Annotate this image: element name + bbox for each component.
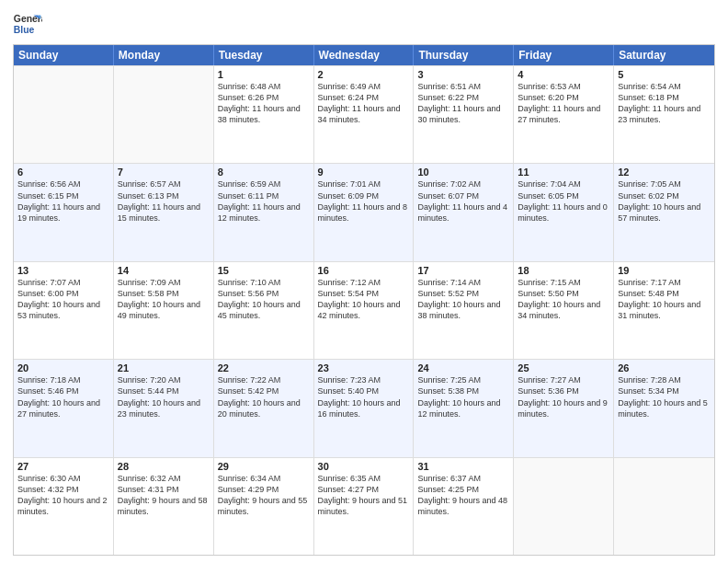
day-info: Sunrise: 6:57 AM Sunset: 6:13 PM Dayligh… [118,178,210,224]
day-info: Sunrise: 6:53 AM Sunset: 6:20 PM Dayligh… [518,81,609,126]
day-number: 20 [17,362,109,373]
calendar-week-row: 1Sunrise: 6:48 AM Sunset: 6:26 PM Daylig… [14,65,714,163]
day-info: Sunrise: 7:12 AM Sunset: 5:54 PM Dayligh… [318,277,410,322]
calendar-cell: 25Sunrise: 7:27 AM Sunset: 5:36 PM Dayli… [514,360,614,456]
calendar-week-row: 6Sunrise: 6:56 AM Sunset: 6:15 PM Daylig… [14,163,714,260]
calendar-cell: 16Sunrise: 7:12 AM Sunset: 5:54 PM Dayli… [314,262,415,359]
day-info: Sunrise: 7:14 AM Sunset: 5:52 PM Dayligh… [417,277,509,322]
day-number: 9 [318,167,410,178]
day-number: 25 [518,362,609,373]
day-number: 3 [417,69,509,80]
day-info: Sunrise: 7:01 AM Sunset: 6:09 PM Dayligh… [318,178,410,224]
day-info: Sunrise: 6:59 AM Sunset: 6:11 PM Dayligh… [218,178,310,224]
day-info: Sunrise: 6:32 AM Sunset: 4:31 PM Dayligh… [118,473,210,518]
day-info: Sunrise: 7:25 AM Sunset: 5:38 PM Dayligh… [417,374,509,419]
day-info: Sunrise: 7:27 AM Sunset: 5:36 PM Dayligh… [518,374,609,419]
calendar-cell [514,458,614,555]
calendar-cell: 27Sunrise: 6:30 AM Sunset: 4:32 PM Dayli… [14,458,114,555]
day-info: Sunrise: 6:30 AM Sunset: 4:32 PM Dayligh… [17,473,109,518]
day-info: Sunrise: 6:54 AM Sunset: 6:18 PM Dayligh… [618,81,711,126]
calendar-cell: 6Sunrise: 6:56 AM Sunset: 6:15 PM Daylig… [14,164,114,260]
calendar-cell: 22Sunrise: 7:22 AM Sunset: 5:42 PM Dayli… [214,360,314,456]
day-number: 21 [118,362,210,373]
day-info: Sunrise: 7:07 AM Sunset: 6:00 PM Dayligh… [17,277,109,322]
day-number: 4 [518,69,609,80]
day-number: 27 [17,461,109,472]
day-header: Tuesday [214,45,314,65]
svg-text:Blue: Blue [14,25,35,35]
day-header: Sunday [14,45,114,65]
calendar-cell: 8Sunrise: 6:59 AM Sunset: 6:11 PM Daylig… [214,164,314,260]
day-number: 26 [618,362,711,373]
calendar-cell: 19Sunrise: 7:17 AM Sunset: 5:48 PM Dayli… [614,262,714,359]
day-header: Monday [114,45,214,65]
calendar-cell: 30Sunrise: 6:35 AM Sunset: 4:27 PM Dayli… [314,458,415,555]
day-header: Thursday [414,45,514,65]
calendar-cell [114,66,214,163]
day-number: 13 [17,265,109,276]
calendar-cell: 4Sunrise: 6:53 AM Sunset: 6:20 PM Daylig… [514,66,614,163]
day-number: 24 [417,362,509,373]
calendar-week-row: 27Sunrise: 6:30 AM Sunset: 4:32 PM Dayli… [14,457,714,555]
calendar-cell: 26Sunrise: 7:28 AM Sunset: 5:34 PM Dayli… [614,360,714,456]
day-number: 5 [618,69,711,80]
day-number: 19 [618,265,711,276]
calendar-cell: 18Sunrise: 7:15 AM Sunset: 5:50 PM Dayli… [514,262,614,359]
day-number: 10 [417,167,509,178]
day-info: Sunrise: 6:35 AM Sunset: 4:27 PM Dayligh… [318,473,410,518]
day-number: 8 [218,167,310,178]
day-info: Sunrise: 6:34 AM Sunset: 4:29 PM Dayligh… [218,473,310,518]
day-number: 28 [118,461,210,472]
day-header: Friday [514,45,614,65]
logo-icon: General Blue [13,9,42,39]
day-info: Sunrise: 7:09 AM Sunset: 5:58 PM Dayligh… [118,277,210,322]
calendar-cell: 10Sunrise: 7:02 AM Sunset: 6:07 PM Dayli… [414,164,514,260]
header: General Blue [13,9,715,39]
day-number: 14 [118,265,210,276]
calendar-cell [14,66,114,163]
day-info: Sunrise: 7:23 AM Sunset: 5:40 PM Dayligh… [318,374,410,419]
day-info: Sunrise: 7:10 AM Sunset: 5:56 PM Dayligh… [218,277,310,322]
calendar-cell: 9Sunrise: 7:01 AM Sunset: 6:09 PM Daylig… [314,164,415,260]
calendar-cell [614,458,714,555]
calendar-cell: 11Sunrise: 7:04 AM Sunset: 6:05 PM Dayli… [514,164,614,260]
day-info: Sunrise: 7:05 AM Sunset: 6:02 PM Dayligh… [618,178,711,224]
day-number: 31 [417,461,509,472]
day-number: 16 [318,265,410,276]
calendar-cell: 7Sunrise: 6:57 AM Sunset: 6:13 PM Daylig… [114,164,214,260]
day-number: 23 [318,362,410,373]
day-number: 2 [318,69,410,80]
day-info: Sunrise: 6:56 AM Sunset: 6:15 PM Dayligh… [17,178,109,224]
calendar-cell: 12Sunrise: 7:05 AM Sunset: 6:02 PM Dayli… [614,164,714,260]
day-number: 1 [218,69,310,80]
calendar-cell: 28Sunrise: 6:32 AM Sunset: 4:31 PM Dayli… [114,458,214,555]
day-number: 18 [518,265,609,276]
calendar-cell: 3Sunrise: 6:51 AM Sunset: 6:22 PM Daylig… [414,66,514,163]
day-info: Sunrise: 7:15 AM Sunset: 5:50 PM Dayligh… [518,277,609,322]
calendar: SundayMondayTuesdayWednesdayThursdayFrid… [13,44,715,556]
day-info: Sunrise: 7:17 AM Sunset: 5:48 PM Dayligh… [618,277,711,322]
day-number: 6 [17,167,109,178]
day-info: Sunrise: 7:02 AM Sunset: 6:07 PM Dayligh… [417,178,509,224]
day-number: 11 [518,167,609,178]
day-number: 29 [218,461,310,472]
calendar-cell: 5Sunrise: 6:54 AM Sunset: 6:18 PM Daylig… [614,66,714,163]
calendar-cell: 17Sunrise: 7:14 AM Sunset: 5:52 PM Dayli… [414,262,514,359]
calendar-cell: 29Sunrise: 6:34 AM Sunset: 4:29 PM Dayli… [214,458,314,555]
day-header: Wednesday [314,45,415,65]
calendar-cell: 21Sunrise: 7:20 AM Sunset: 5:44 PM Dayli… [114,360,214,456]
calendar-cell: 1Sunrise: 6:48 AM Sunset: 6:26 PM Daylig… [214,66,314,163]
day-info: Sunrise: 6:48 AM Sunset: 6:26 PM Dayligh… [218,81,310,126]
day-number: 12 [618,167,711,178]
calendar-cell: 14Sunrise: 7:09 AM Sunset: 5:58 PM Dayli… [114,262,214,359]
logo: General Blue [13,9,42,39]
day-info: Sunrise: 7:18 AM Sunset: 5:46 PM Dayligh… [17,374,109,419]
calendar-header: SundayMondayTuesdayWednesdayThursdayFrid… [14,45,714,65]
day-header: Saturday [614,45,714,65]
day-number: 7 [118,167,210,178]
day-number: 17 [417,265,509,276]
day-info: Sunrise: 7:28 AM Sunset: 5:34 PM Dayligh… [618,374,711,419]
calendar-cell: 23Sunrise: 7:23 AM Sunset: 5:40 PM Dayli… [314,360,415,456]
day-info: Sunrise: 6:49 AM Sunset: 6:24 PM Dayligh… [318,81,410,126]
day-number: 15 [218,265,310,276]
